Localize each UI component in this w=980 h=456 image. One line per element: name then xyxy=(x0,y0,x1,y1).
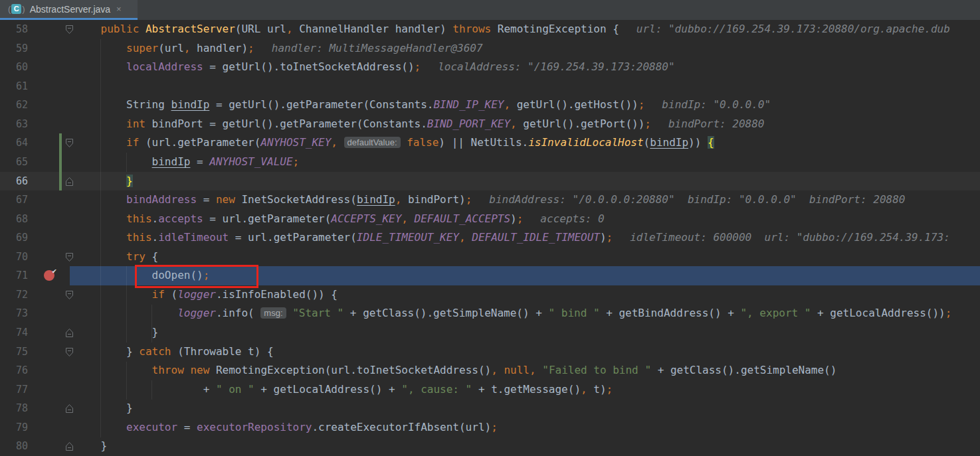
code-line-58: 58 public AbstractServer(URL url, Channe… xyxy=(0,20,980,39)
code-line-76: 76 throw new RemotingException(url.toIne… xyxy=(0,361,980,380)
code-text[interactable]: bindAddress = new InetSocketAddress(bind… xyxy=(70,190,980,210)
gutter[interactable]: 68 xyxy=(0,210,70,229)
code-text[interactable]: if (url.getParameter(ANYHOST_KEY, defaul… xyxy=(70,133,980,153)
code-text[interactable]: executor = executorRepository.createExec… xyxy=(70,418,980,437)
line-number[interactable]: 67 xyxy=(0,190,28,210)
code-line-62: 62 String bindIp = getUrl().getParameter… xyxy=(0,96,980,115)
gutter[interactable]: 71✔ xyxy=(0,266,70,285)
gutter[interactable]: 64 xyxy=(0,133,70,153)
code-text[interactable]: doOpen(); xyxy=(70,266,980,285)
gutter[interactable]: 74 xyxy=(0,323,70,342)
breakpoint-icon[interactable]: ✔ xyxy=(44,270,54,281)
breakpoint-verified-check: ✔ xyxy=(52,267,56,275)
line-number[interactable]: 65 xyxy=(0,153,28,172)
code-line-77: 77 + " on " + getLocalAddress() + ", cau… xyxy=(0,380,980,400)
tab-close-icon[interactable]: × xyxy=(116,4,122,14)
gutter[interactable]: 70 xyxy=(0,248,70,267)
gutter[interactable]: 75 xyxy=(0,342,70,362)
line-number[interactable]: 60 xyxy=(0,58,28,77)
line-number[interactable]: 68 xyxy=(0,210,28,229)
gutter[interactable]: 59 xyxy=(0,39,70,58)
code-text[interactable]: throw new RemotingException(url.toInetSo… xyxy=(70,361,980,380)
tab-abstractserver-java[interactable]: (C) AbstractServer.java × xyxy=(0,0,138,18)
editor-tab-bar: (C) AbstractServer.java × xyxy=(0,0,980,20)
code-text[interactable]: super(url, handler);handler: MultiMessag… xyxy=(70,39,980,58)
line-number[interactable]: 80 xyxy=(0,437,28,456)
line-number[interactable]: 74 xyxy=(0,323,28,342)
gutter[interactable]: 65 xyxy=(0,153,70,172)
gutter[interactable]: 78 xyxy=(0,399,70,418)
line-number[interactable]: 69 xyxy=(0,228,28,248)
code-text[interactable]: } catch (Throwable t) { xyxy=(70,342,980,362)
code-text[interactable]: } xyxy=(70,399,980,418)
java-class-icon: (C) xyxy=(8,4,25,14)
gutter[interactable]: 62 xyxy=(0,96,70,115)
vcs-change-marker xyxy=(59,153,62,172)
code-line-79: 79 executor = executorRepository.createE… xyxy=(0,418,980,437)
line-number[interactable]: 73 xyxy=(0,304,28,323)
vcs-change-marker xyxy=(59,133,62,153)
gutter[interactable]: 66 xyxy=(0,172,70,191)
line-number[interactable]: 63 xyxy=(0,115,28,134)
code-text[interactable]: localAddress = getUrl().toInetSocketAddr… xyxy=(70,58,980,77)
code-text[interactable]: String bindIp = getUrl().getParameter(Co… xyxy=(70,96,980,115)
code-text[interactable]: } xyxy=(70,172,980,191)
gutter[interactable]: 58 xyxy=(0,20,70,39)
line-number[interactable]: 59 xyxy=(0,39,28,58)
gutter[interactable]: 67 xyxy=(0,190,70,210)
code-line-61: 61 xyxy=(0,77,980,96)
line-number[interactable]: 78 xyxy=(0,399,28,418)
line-number[interactable]: 77 xyxy=(0,380,28,400)
code-text[interactable]: try { xyxy=(70,248,980,267)
code-line-80: 80 } xyxy=(0,437,980,456)
code-text[interactable]: bindIp = ANYHOST_VALUE; xyxy=(70,153,980,172)
line-number[interactable]: 72 xyxy=(0,285,28,305)
gutter[interactable]: 60 xyxy=(0,58,70,77)
debugger-inline-value: idleTimeout: 600000 url: "dubbo://169.25… xyxy=(630,231,950,244)
code-line-69: 69 this.idleTimeout = url.getParameter(I… xyxy=(0,228,980,248)
gutter[interactable]: 73 xyxy=(0,304,70,323)
gutter[interactable]: 76 xyxy=(0,361,70,380)
code-line-68: 68 this.accepts = url.getParameter(ACCEP… xyxy=(0,210,980,229)
line-number[interactable]: 71 xyxy=(0,266,28,285)
line-number[interactable]: 75 xyxy=(0,342,28,362)
line-number[interactable]: 79 xyxy=(0,418,28,437)
code-text[interactable] xyxy=(70,77,980,96)
line-number[interactable]: 76 xyxy=(0,361,28,380)
debugger-inline-value: url: "dubbo://169.254.39.173:20880/org.a… xyxy=(637,23,950,35)
code-line-71: 71✔ doOpen(); xyxy=(0,266,980,285)
debugger-inline-value: bindPort: 20880 xyxy=(668,117,765,130)
gutter[interactable]: 63 xyxy=(0,115,70,134)
debugger-inline-value: handler: MultiMessageHandler@3607 xyxy=(272,42,483,54)
code-text[interactable]: this.idleTimeout = url.getParameter(IDLE… xyxy=(70,228,980,248)
gutter[interactable]: 79 xyxy=(0,418,70,437)
line-number[interactable]: 66 xyxy=(0,172,28,191)
debugger-inline-value: localAddress: "/169.254.39.173:20880" xyxy=(438,60,674,73)
gutter[interactable]: 61 xyxy=(0,77,70,96)
parameter-name-hint: defaultValue: xyxy=(344,137,401,148)
code-line-72: 72 if (logger.isInfoEnabled()) { xyxy=(0,285,980,305)
gutter[interactable]: 77 xyxy=(0,380,70,400)
code-line-64: 64 if (url.getParameter(ANYHOST_KEY, def… xyxy=(0,133,980,153)
code-text[interactable]: public AbstractServer(URL url, ChannelHa… xyxy=(70,20,980,39)
code-text[interactable]: } xyxy=(70,323,980,342)
code-text[interactable]: int bindPort = getUrl().getParameter(Con… xyxy=(70,115,980,134)
code-area[interactable]: 58 public AbstractServer(URL url, Channe… xyxy=(0,20,980,456)
line-number[interactable]: 61 xyxy=(0,77,28,96)
gutter[interactable]: 72 xyxy=(0,285,70,305)
line-number[interactable]: 64 xyxy=(0,133,28,153)
line-number[interactable]: 70 xyxy=(0,248,28,267)
tab-title: AbstractServer.java xyxy=(30,4,110,15)
gutter[interactable]: 80 xyxy=(0,437,70,456)
vcs-change-marker xyxy=(59,172,62,191)
code-text[interactable]: } xyxy=(70,437,980,456)
code-line-74: 74 } xyxy=(0,323,980,342)
line-number[interactable]: 58 xyxy=(0,20,28,39)
code-text[interactable]: this.accepts = url.getParameter(ACCEPTS_… xyxy=(70,210,980,229)
line-number[interactable]: 62 xyxy=(0,96,28,115)
gutter[interactable]: 69 xyxy=(0,228,70,248)
code-text[interactable]: if (logger.isInfoEnabled()) { xyxy=(70,285,980,305)
code-text[interactable]: logger.info( msg: "Start " + getClass().… xyxy=(70,304,980,323)
code-text[interactable]: + " on " + getLocalAddress() + ", cause:… xyxy=(70,380,980,400)
code-line-75: 75 } catch (Throwable t) { xyxy=(0,342,980,362)
